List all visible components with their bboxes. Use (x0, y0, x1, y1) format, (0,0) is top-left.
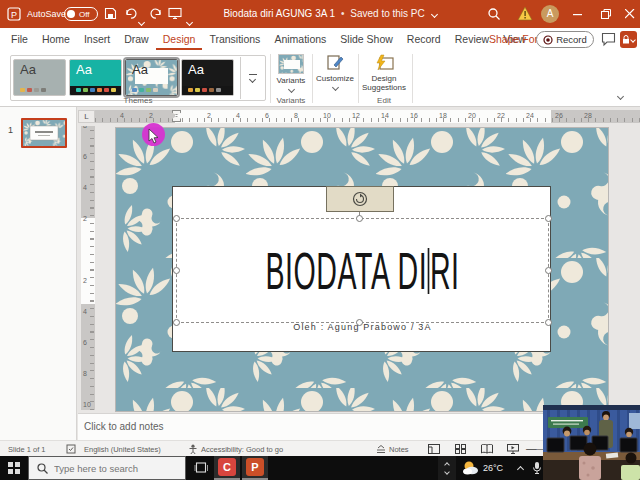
selection-handle-top-middle[interactable] (356, 215, 363, 222)
ribbon-design: AaAaAaAa Themes Variants Variants Custom… (0, 50, 640, 107)
tab-home[interactable]: Home (35, 28, 77, 50)
save-icon[interactable] (104, 7, 117, 20)
tab-file[interactable]: File (4, 28, 35, 50)
record-dot-icon (543, 35, 553, 45)
normal-view-icon[interactable] (428, 444, 440, 454)
themes-gallery-more-button[interactable] (240, 57, 264, 99)
redo-icon[interactable] (150, 7, 163, 20)
tab-stop-selector[interactable]: L (78, 110, 95, 123)
edit-group-label: Edit (360, 96, 408, 105)
tab-animations[interactable]: Animations (267, 28, 333, 50)
tab-record[interactable]: Record (400, 28, 448, 50)
language-indicator[interactable]: English (United States) (84, 445, 161, 454)
theme-chip-4[interactable]: Aa (181, 59, 234, 96)
windows-logo-icon (8, 462, 20, 474)
slide-thumbnail-1[interactable] (21, 118, 67, 148)
tab-insert[interactable]: Insert (77, 28, 117, 50)
group-separator (270, 54, 271, 103)
search-input[interactable] (54, 463, 174, 474)
theme-sample-text: Aa (76, 63, 92, 76)
design-suggestions-button[interactable]: Design Suggestions (360, 54, 408, 92)
variants-button[interactable]: Variants (272, 54, 310, 92)
spellcheck-icon[interactable] (66, 444, 76, 454)
quick-access-more-icon[interactable] (186, 19, 193, 26)
hidden-icons-chevron[interactable] (517, 466, 524, 473)
weather-icon[interactable] (462, 460, 479, 476)
notes-toggle-icon (376, 445, 386, 454)
selection-handle-top-right[interactable] (545, 215, 552, 222)
toggle-knob (67, 10, 75, 18)
title-separator: • (341, 8, 345, 19)
comments-icon[interactable] (601, 32, 616, 47)
design-suggestions-label: Design Suggestions (361, 74, 407, 92)
themes-group-label: Themes (10, 96, 266, 105)
taskbar-app-camtasia[interactable]: C (214, 456, 240, 480)
autosave-toggle[interactable]: Off (64, 7, 98, 21)
slide-thumbnail-panel: 1 (0, 107, 77, 440)
task-view-icon[interactable] (194, 462, 208, 474)
record-button[interactable]: Record (536, 31, 594, 48)
accessibility-status[interactable]: Accessibility: Good to go (201, 445, 283, 454)
slideshow-view-icon[interactable] (507, 444, 519, 454)
themes-gallery: AaAaAaAa (10, 55, 266, 101)
theme-chip-2[interactable]: Aa (69, 59, 122, 96)
variants-dropdown-icon (287, 86, 294, 93)
tab-design[interactable]: Design (156, 28, 203, 50)
powerpoint-icon: P (246, 458, 264, 476)
tab-draw[interactable]: Draw (117, 28, 156, 50)
taskbar-scroll-arrows[interactable] (438, 456, 456, 480)
slide-sorter-view-icon[interactable] (455, 444, 466, 454)
customize-icon (326, 54, 344, 72)
autosave-label: AutoSave (27, 9, 66, 19)
slide-indicator[interactable]: Slide 1 of 1 (8, 445, 46, 454)
selection-handle-middle-right[interactable] (545, 267, 552, 274)
title-bar: P AutoSave Off Biodata diri AGUNG 3A 1 • (0, 0, 640, 28)
tab-transitions[interactable]: Transitions (202, 28, 267, 50)
undo-icon[interactable] (124, 7, 137, 20)
undo-dropdown-icon[interactable] (138, 19, 145, 26)
slide-subtitle[interactable]: Oleh : Agung Prabowo / 3A (175, 322, 550, 332)
rotate-handle-icon[interactable] (327, 187, 393, 211)
zoom-out-button[interactable]: — (526, 442, 537, 454)
saved-status-dropdown-icon[interactable] (430, 11, 437, 18)
customize-button[interactable]: Customize (314, 54, 356, 90)
horizontal-ruler[interactable]: 42246810121416182022242628 (95, 110, 640, 123)
selection-handle-top-left[interactable] (173, 215, 180, 222)
warning-icon[interactable] (517, 6, 533, 21)
variants-thumbnail (278, 54, 304, 74)
reading-view-icon[interactable] (481, 444, 493, 454)
search-icon[interactable] (487, 7, 501, 21)
notes-toggle[interactable]: Notes (389, 445, 409, 454)
account-avatar[interactable]: A (541, 5, 559, 23)
taskbar-app-powerpoint[interactable]: P (242, 456, 268, 480)
theme-sample-text: Aa (188, 63, 204, 76)
scroll-down-icon (444, 469, 450, 475)
start-slideshow-icon[interactable] (168, 7, 182, 20)
minimize-button[interactable] (566, 0, 590, 28)
start-button[interactable] (0, 456, 28, 480)
restore-button[interactable] (594, 0, 618, 28)
saved-status[interactable]: Saved to this PC (350, 8, 424, 19)
temperature-indicator[interactable]: 26°C (483, 463, 503, 473)
vertical-ruler[interactable]: 8642246810 (81, 126, 95, 410)
svg-text:P: P (11, 10, 17, 20)
share-button[interactable] (620, 31, 637, 48)
theme-ornament-badge (326, 186, 394, 212)
powerpoint-window: P AutoSave Off Biodata diri AGUNG 3A 1 • (0, 0, 640, 480)
selection-handle-middle-left[interactable] (173, 267, 180, 274)
group-separator (412, 54, 413, 103)
slide-title[interactable]: BIODATA DIRI (259, 232, 465, 310)
tab-slide-show[interactable]: Slide Show (333, 28, 400, 50)
collapse-ribbon-icon[interactable] (617, 93, 624, 100)
theme-chip-1[interactable]: Aa (13, 59, 66, 96)
theme-gallery-chips: AaAaAaAa (13, 59, 234, 96)
mouse-cursor (148, 128, 160, 144)
classroom-video-frame (543, 405, 640, 480)
theme-chip-3[interactable]: Aa (125, 59, 178, 96)
taskbar-search[interactable] (28, 456, 186, 480)
notes-placeholder: Click to add notes (84, 421, 164, 432)
share-dropdown-icon (630, 37, 636, 43)
microphone-icon[interactable] (532, 461, 542, 475)
slide-canvas[interactable]: BIODATA DIRI Oleh : Agung Prabowo / 3A (116, 128, 608, 411)
close-button[interactable] (619, 0, 640, 28)
